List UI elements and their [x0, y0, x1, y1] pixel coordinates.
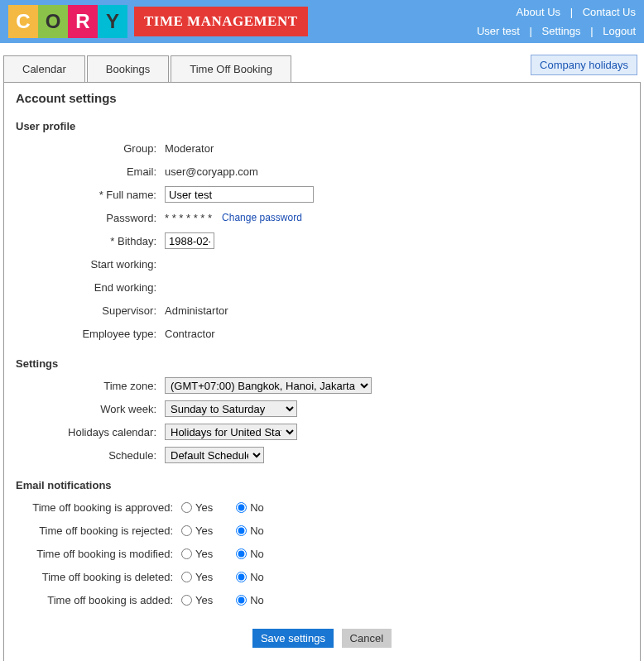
- logo-letter-o: O: [38, 5, 68, 38]
- section-user-profile: User profile: [16, 120, 628, 132]
- timezone-select[interactable]: (GMT+07:00) Bangkok, Hanoi, Jakarta: [165, 377, 372, 394]
- holidays-select[interactable]: Holidays for United States: [165, 424, 297, 440]
- tab-calendar[interactable]: Calendar: [3, 55, 85, 83]
- value-password: * * * * * * *: [165, 212, 212, 224]
- notif-added-yes-radio[interactable]: [181, 595, 192, 606]
- logout-link[interactable]: Logout: [603, 25, 636, 37]
- value-email: user@coryapp.com: [165, 165, 628, 178]
- logo-area: C O R Y TIME MANAGEMENT: [8, 5, 308, 38]
- section-email-notifications: Email notifications: [16, 479, 628, 491]
- tabs-row: Calendar Bookings Time Off Booking Compa…: [3, 55, 641, 82]
- notif-approved-no-radio[interactable]: [236, 502, 247, 513]
- label-email: Email:: [16, 165, 165, 178]
- save-button[interactable]: Save settings: [252, 629, 334, 648]
- label-notif-deleted: Time off booking is deleted:: [16, 571, 181, 583]
- label-employee-type: Employee type:: [16, 328, 165, 340]
- label-holidays: Holidays calendar:: [16, 426, 165, 438]
- label-start-working: Start working:: [16, 258, 165, 271]
- birthday-input[interactable]: [165, 232, 214, 249]
- label-timezone: Time zone:: [16, 380, 165, 392]
- label-fullname: * Full name:: [16, 189, 165, 201]
- notif-added-no-radio[interactable]: [236, 595, 247, 606]
- label-notif-modified: Time off booking is modified:: [16, 548, 181, 560]
- label-notif-approved: Time off booking is approved:: [16, 501, 181, 514]
- notif-modified-yes-radio[interactable]: [181, 548, 192, 559]
- label-group: Group:: [16, 142, 165, 155]
- label-supervisor: Supervisor:: [16, 304, 165, 317]
- separator: |: [590, 25, 593, 37]
- notif-deleted-yes-radio[interactable]: [181, 572, 192, 582]
- user-link[interactable]: User test: [477, 25, 520, 37]
- notif-deleted-no-radio[interactable]: [236, 572, 247, 582]
- change-password-link[interactable]: Change password: [222, 212, 302, 223]
- notif-rejected-no-radio[interactable]: [236, 525, 247, 536]
- header: C O R Y TIME MANAGEMENT About Us | Conta…: [0, 0, 644, 43]
- label-birthday: * Bithday:: [16, 235, 165, 247]
- fullname-input[interactable]: [165, 186, 314, 203]
- label-end-working: End working:: [16, 281, 165, 294]
- logo-letter-c: C: [8, 5, 38, 38]
- notif-modified-no-radio[interactable]: [236, 548, 247, 559]
- separator: |: [530, 25, 532, 37]
- section-settings: Settings: [16, 357, 628, 370]
- separator: |: [570, 6, 573, 18]
- value-supervisor: Administartor: [165, 304, 628, 317]
- logo-letter-r: R: [68, 5, 98, 38]
- tabs: Calendar Bookings Time Off Booking: [3, 55, 293, 82]
- logo-cory: C O R Y: [8, 5, 127, 38]
- logo-letter-y: Y: [98, 5, 127, 38]
- tab-bookings[interactable]: Bookings: [87, 55, 169, 83]
- notif-approved-yes-radio[interactable]: [181, 502, 192, 513]
- about-us-link[interactable]: About Us: [517, 6, 560, 18]
- label-notif-added: Time off booking is added:: [16, 594, 181, 606]
- notif-rejected-yes-radio[interactable]: [181, 525, 192, 536]
- workweek-select[interactable]: Sunday to Saturday: [165, 400, 297, 417]
- schedule-select[interactable]: Default Schedule: [165, 447, 264, 463]
- label-workweek: Work week:: [16, 403, 165, 415]
- value-group: Moderator: [165, 142, 628, 155]
- top-links: About Us | Contact Us User test | Settin…: [477, 2, 636, 41]
- main-panel: Account settings User profile Group:Mode…: [3, 82, 641, 661]
- settings-link[interactable]: Settings: [542, 25, 581, 37]
- cancel-button[interactable]: Cancel: [342, 629, 392, 648]
- value-employee-type: Contractor: [165, 328, 628, 340]
- page-title: Account settings: [16, 91, 628, 105]
- tab-timeoff[interactable]: Time Off Booking: [171, 55, 291, 83]
- label-notif-rejected: Time off booking is rejected:: [16, 524, 181, 537]
- contact-us-link[interactable]: Contact Us: [583, 6, 636, 18]
- label-schedule: Schedule:: [16, 449, 165, 462]
- button-row: Save settings Cancel: [16, 629, 628, 648]
- company-holidays-button[interactable]: Company holidays: [531, 55, 637, 75]
- label-password: Password:: [16, 212, 165, 224]
- logo-time-management: TIME MANAGEMENT: [134, 7, 308, 36]
